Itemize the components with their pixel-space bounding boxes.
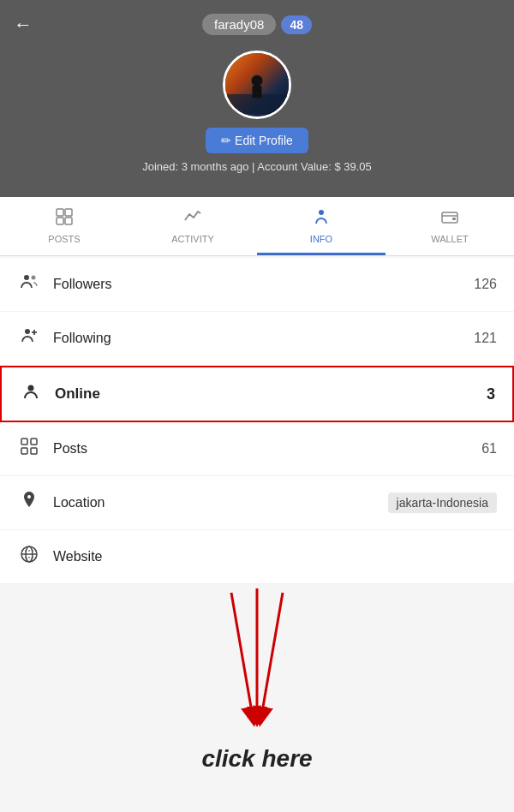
tab-bar: POSTS ACTIVITY INFO WALLET — [0, 197, 514, 256]
tab-posts[interactable]: POSTS — [0, 197, 128, 255]
svg-rect-3 — [252, 85, 261, 98]
click-here-label: click here — [201, 745, 312, 773]
svg-line-30 — [261, 593, 283, 717]
following-label: Following — [53, 331, 462, 346]
username-label: farady08 — [202, 14, 276, 35]
svg-rect-5 — [65, 209, 72, 216]
row-online[interactable]: Online 3 — [0, 366, 514, 422]
notification-count: 48 — [281, 15, 312, 34]
row-posts[interactable]: Posts 61 — [0, 422, 514, 476]
top-bar: ← farady08 48 — [0, 14, 514, 35]
tab-wallet[interactable]: WALLET — [386, 197, 514, 255]
row-location[interactable]: Location jakarta-Indonesia — [0, 476, 514, 530]
svg-rect-6 — [57, 218, 63, 224]
followers-label: Followers — [53, 277, 462, 292]
following-icon — [17, 325, 41, 351]
info-list: Followers 126 Following 121 Online 3 — [0, 258, 514, 584]
annotation-area: click here — [0, 584, 514, 812]
row-following[interactable]: Following 121 — [0, 312, 514, 366]
tab-activity[interactable]: ACTIVITY — [128, 197, 257, 255]
row-followers[interactable]: Followers 126 — [0, 258, 514, 312]
svg-rect-20 — [31, 448, 37, 454]
website-label: Website — [53, 549, 485, 564]
posts-list-icon — [17, 436, 41, 462]
website-icon — [17, 544, 41, 570]
avatar — [223, 51, 291, 119]
svg-point-11 — [24, 275, 29, 280]
posts-label: Posts — [53, 441, 469, 457]
svg-point-8 — [319, 210, 324, 215]
location-label: Location — [53, 495, 376, 510]
edit-profile-button[interactable]: ✏ Edit Profile — [206, 128, 308, 153]
posts-icon — [55, 207, 74, 230]
tab-info[interactable]: INFO — [257, 197, 386, 255]
back-button[interactable]: ← — [14, 14, 33, 36]
tab-posts-label: POSTS — [48, 234, 80, 244]
svg-point-12 — [32, 276, 36, 280]
followers-icon — [17, 272, 41, 297]
activity-icon — [183, 207, 202, 230]
tab-activity-label: ACTIVITY — [171, 234, 214, 244]
svg-point-21 — [27, 495, 31, 499]
info-icon — [312, 207, 331, 230]
join-info: Joined: 3 months ago | Account Value: $ … — [142, 160, 372, 173]
tab-info-label: INFO — [310, 234, 332, 244]
svg-rect-18 — [31, 439, 37, 445]
username-badge: farady08 48 — [202, 14, 312, 35]
location-value: jakarta-Indonesia — [388, 493, 497, 513]
online-label: Online — [55, 385, 475, 403]
posts-value: 61 — [481, 441, 497, 457]
svg-rect-4 — [57, 209, 63, 216]
avatar-image — [225, 53, 289, 116]
svg-rect-9 — [442, 212, 457, 223]
svg-point-13 — [25, 329, 30, 334]
svg-point-16 — [28, 385, 34, 391]
tab-wallet-label: WALLET — [431, 234, 469, 244]
following-value: 121 — [474, 331, 497, 346]
online-icon — [19, 381, 43, 407]
location-icon — [17, 490, 41, 516]
svg-rect-17 — [21, 439, 27, 445]
arrow-annotation — [171, 584, 343, 755]
svg-line-28 — [231, 593, 253, 717]
svg-rect-7 — [65, 218, 72, 224]
svg-rect-10 — [452, 218, 456, 220]
svg-rect-19 — [21, 448, 27, 454]
svg-point-2 — [252, 75, 263, 86]
followers-value: 126 — [474, 277, 497, 292]
row-website[interactable]: Website — [0, 530, 514, 584]
wallet-icon — [440, 207, 459, 230]
online-value: 3 — [487, 385, 495, 403]
profile-header: ← farady08 48 — [0, 0, 514, 197]
